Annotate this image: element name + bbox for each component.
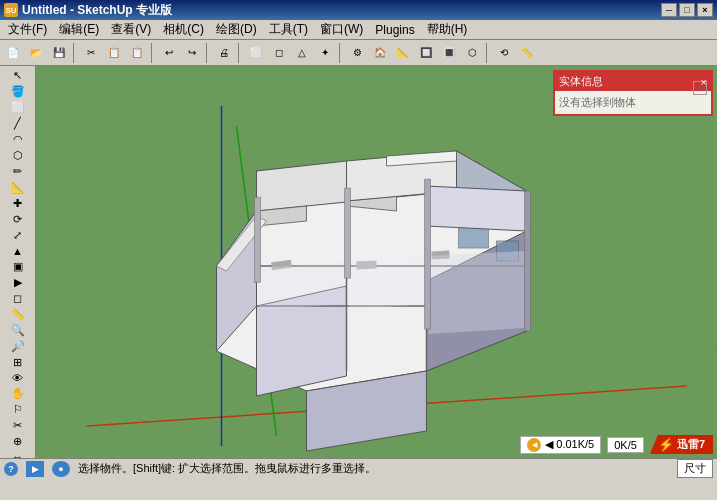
status-icon[interactable]: ▶: [26, 461, 44, 477]
toolbar-sep-3: [206, 43, 210, 63]
titlebar: SU Untitled - SketchUp 专业版 ─ □ ×: [0, 0, 717, 20]
measure-icon-1: ◀: [527, 438, 541, 452]
titlebar-left: SU Untitled - SketchUp 专业版: [4, 2, 172, 19]
svg-marker-31: [349, 256, 425, 310]
zoom-tool[interactable]: 🔍: [4, 323, 32, 338]
toggle-shaded[interactable]: ◻: [268, 42, 290, 64]
viewport[interactable]: 实体信息 × 没有选择到物体 ≡ ◀ ◀ 0.01K/5 0K/5 ⚡ 迅雷7: [36, 66, 717, 458]
menu-item-查看[interactable]: 查看(V): [105, 19, 157, 40]
measure-button[interactable]: 📏: [516, 42, 538, 64]
circle-icon[interactable]: ●: [52, 461, 70, 477]
line-tool[interactable]: ╱: [4, 116, 32, 131]
info-panel-content: 没有选择到物体 ≡: [559, 95, 707, 110]
dimension-label: 尺寸: [677, 459, 713, 478]
speed-badge-text: 迅雷7: [677, 437, 705, 452]
statusbar: ? ▶ ● 选择物件。[Shift]键: 扩大选择范围。拖曳鼠标进行多重选择。 …: [0, 458, 717, 478]
toggle-wireframe[interactable]: △: [291, 42, 313, 64]
measure-tape-tool[interactable]: 📏: [4, 307, 32, 322]
rectangle-tool[interactable]: ⬜: [4, 100, 32, 115]
menubar: 文件(F)编辑(E)查看(V)相机(C)绘图(D)工具(T)窗口(W)Plugi…: [0, 20, 717, 40]
arc-tool[interactable]: ◠: [4, 132, 32, 147]
select-tool[interactable]: ↖: [4, 68, 32, 83]
svg-rect-36: [525, 191, 531, 331]
menu-item-编辑[interactable]: 编辑(E): [53, 19, 105, 40]
help-button[interactable]: ?: [4, 462, 18, 476]
view-iso[interactable]: ⬡: [461, 42, 483, 64]
shadows-button[interactable]: ⟲: [493, 42, 515, 64]
tape-tool[interactable]: 📐: [4, 180, 32, 195]
info-panel-title-text: 实体信息: [559, 74, 603, 89]
undo-button[interactable]: ↩: [158, 42, 180, 64]
walk-tool[interactable]: ⚐: [4, 402, 32, 417]
maximize-button[interactable]: □: [679, 3, 695, 17]
eraser-tool[interactable]: ◻: [4, 291, 32, 306]
menu-item-plugins[interactable]: Plugins: [369, 21, 420, 39]
move-tool[interactable]: ✚: [4, 196, 32, 211]
menu-item-窗口[interactable]: 窗口(W): [314, 19, 369, 40]
close-button[interactable]: ×: [697, 3, 713, 17]
measurement-overlay: ◀ ◀ 0.01K/5 0K/5 ⚡ 迅雷7: [520, 435, 713, 454]
main-area: ↖ 🪣 ⬜ ╱ ◠ ⬡ ✏ 📐 ✚ ⟳ ⤢ ▲ ▣ ▶ ◻ 📏 🔍 🔎 ⊞ 👁 …: [0, 66, 717, 458]
window-title: Untitled - SketchUp 专业版: [22, 2, 172, 19]
menu-item-文件[interactable]: 文件(F): [2, 19, 53, 40]
new-button[interactable]: 📄: [2, 42, 24, 64]
print-button[interactable]: 🖨: [213, 42, 235, 64]
polygon-tool[interactable]: ⬡: [4, 148, 32, 163]
cut-button[interactable]: ✂: [80, 42, 102, 64]
info-panel-close[interactable]: ×: [701, 76, 707, 88]
paste-button[interactable]: 📋: [126, 42, 148, 64]
view-back[interactable]: 🔲: [415, 42, 437, 64]
toggle-xray[interactable]: ⬜: [245, 42, 267, 64]
menu-item-相机[interactable]: 相机(C): [157, 19, 210, 40]
scale-tool[interactable]: ⤢: [4, 228, 32, 243]
menu-item-绘图[interactable]: 绘图(D): [210, 19, 263, 40]
app-icon: SU: [4, 3, 18, 17]
open-button[interactable]: 📂: [25, 42, 47, 64]
push-pull-tool[interactable]: ▲: [4, 244, 32, 258]
svg-marker-28: [427, 186, 527, 231]
toolbar-sep-5: [339, 43, 343, 63]
measure-text-2: 0K/5: [614, 439, 637, 451]
left-toolbar: ↖ 🪣 ⬜ ╱ ◠ ⬡ ✏ 📐 ✚ ⟳ ⤢ ▲ ▣ ▶ ◻ 📏 🔍 🔎 ⊞ 👁 …: [0, 66, 36, 458]
zoom-extents-tool[interactable]: ⊞: [4, 355, 32, 370]
pencil-tool[interactable]: ✏: [4, 164, 32, 179]
redo-button[interactable]: ↪: [181, 42, 203, 64]
zoom-window-tool[interactable]: 🔎: [4, 339, 32, 354]
section-plane-tool[interactable]: ✂: [4, 418, 32, 433]
titlebar-buttons: ─ □ ×: [661, 3, 713, 17]
svg-marker-30: [259, 262, 345, 310]
pan-tool[interactable]: ✋: [4, 386, 32, 401]
rotate-tool[interactable]: ⟳: [4, 212, 32, 227]
speed-value-2: 0K/5: [607, 437, 644, 453]
speed-value-1: ◀ ◀ 0.01K/5: [520, 436, 601, 454]
save-button[interactable]: 💾: [48, 42, 70, 64]
minimize-button[interactable]: ─: [661, 3, 677, 17]
main-toolbar: 📄 📂 💾 ✂ 📋 📋 ↩ ↪ 🖨 ⬜ ◻ △ ✦ ⚙ 🏠 📐 🔲 🔳 ⬡ ⟲ …: [0, 40, 717, 66]
svg-rect-35: [425, 179, 431, 329]
dimension-tool[interactable]: ↔: [4, 450, 32, 458]
menu-item-帮助[interactable]: 帮助(H): [421, 19, 474, 40]
orbit-tool[interactable]: 👁: [4, 371, 32, 385]
status-text: 选择物件。[Shift]键: 扩大选择范围。拖曳鼠标进行多重选择。: [78, 461, 669, 476]
info-panel-title: 实体信息 ×: [555, 72, 711, 91]
info-panel: 实体信息 × 没有选择到物体 ≡: [553, 70, 713, 116]
model-info[interactable]: ⚙: [346, 42, 368, 64]
toggle-texture[interactable]: ✦: [314, 42, 336, 64]
menu-item-工具[interactable]: 工具(T): [263, 19, 314, 40]
follow-me-tool[interactable]: ▶: [4, 275, 32, 290]
toolbar-sep-1: [73, 43, 77, 63]
svg-rect-33: [255, 197, 261, 282]
toolbar-sep-6: [486, 43, 490, 63]
view-top[interactable]: 🔳: [438, 42, 460, 64]
measure-text-1: ◀ 0.01K/5: [545, 438, 594, 451]
info-panel-text: 没有选择到物体: [559, 96, 636, 108]
svg-marker-32: [429, 251, 525, 334]
home-button[interactable]: 🏠: [369, 42, 391, 64]
toolbar-sep-2: [151, 43, 155, 63]
copy-button[interactable]: 📋: [103, 42, 125, 64]
speed-badge: ⚡ 迅雷7: [650, 435, 713, 454]
view-front[interactable]: 📐: [392, 42, 414, 64]
axes-tool[interactable]: ⊕: [4, 434, 32, 449]
offset-tool[interactable]: ▣: [4, 259, 32, 274]
paint-tool[interactable]: 🪣: [4, 84, 32, 99]
